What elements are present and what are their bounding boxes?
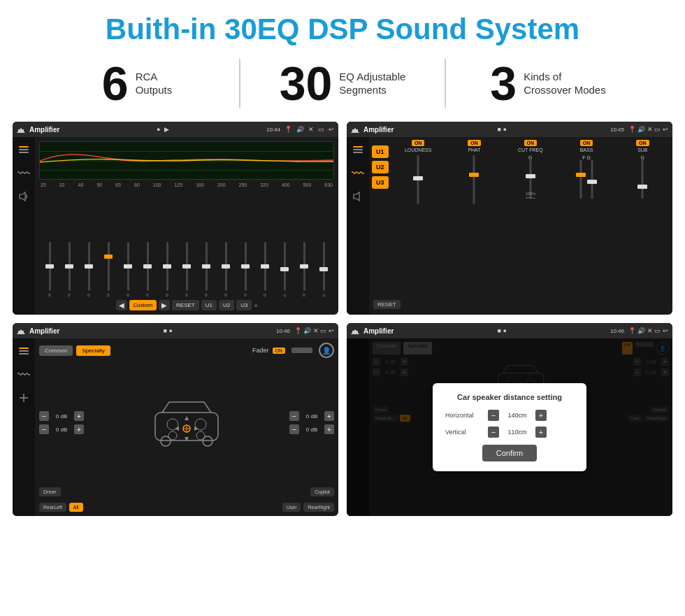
- eq-reset-button[interactable]: RESET: [172, 300, 199, 310]
- fader-main-area: Common Specialty Fader ON 👤 − 0 dB +: [35, 338, 338, 516]
- eq-loc-icon: 📍: [284, 126, 292, 133]
- fader-rearright-btn[interactable]: RearRight: [303, 503, 334, 512]
- svg-rect-2: [19, 152, 29, 153]
- db2-plus[interactable]: +: [74, 424, 84, 434]
- dialog-home-icon[interactable]: [351, 327, 359, 334]
- eq-wave-icon[interactable]: [17, 166, 30, 179]
- db3-plus[interactable]: +: [324, 411, 334, 421]
- stat-eq: 30 EQ Adjustable Segments: [247, 59, 438, 107]
- fader-driver-btn[interactable]: Driver: [39, 487, 61, 496]
- eq-custom-button[interactable]: Custom: [129, 300, 157, 310]
- db4-plus[interactable]: +: [324, 424, 334, 434]
- slider-13: -1: [275, 242, 294, 297]
- slider-12: 0: [256, 242, 274, 297]
- phat-col: ON PHAT: [447, 140, 501, 312]
- cross-dots: ■ ●: [497, 126, 506, 133]
- distance-dialog: Car speaker distance setting Horizontal …: [433, 383, 586, 471]
- svg-rect-7: [353, 146, 363, 148]
- fader-specialty-tab[interactable]: Specialty: [76, 345, 110, 356]
- cross-params: ON LOUDNESS 0 ON PHAT: [391, 140, 670, 312]
- fader-filter-icon[interactable]: [17, 344, 30, 357]
- fader-home-icon[interactable]: [17, 327, 25, 334]
- dialog-screen: Amplifier ■ ● 10:46 📍 🔊 ✕ ▭ ↩ Common Spe…: [347, 323, 672, 516]
- eq-filter-icon[interactable]: [17, 143, 30, 155]
- cutfreq-on[interactable]: ON: [524, 140, 538, 146]
- cross-status-bar: Amplifier ■ ● 10:45 📍 🔊 ✕ ▭ ↩: [347, 122, 672, 137]
- fader-on-btn[interactable]: ON: [273, 348, 286, 354]
- fader-common-tab[interactable]: Common: [39, 345, 73, 356]
- slider-4: 5: [99, 242, 117, 297]
- stat-rca: 6 RCA Outputs: [42, 59, 232, 107]
- stat-crossover-number: 3: [490, 59, 517, 107]
- cross-reset-btn[interactable]: RESET: [373, 300, 401, 309]
- eq-close-icon: ✕: [308, 126, 314, 133]
- db2-minus[interactable]: −: [39, 424, 49, 434]
- fader-rearleft-btn[interactable]: RearLeft: [39, 503, 66, 512]
- db1-minus[interactable]: −: [39, 411, 49, 421]
- fader-copilot-btn[interactable]: Copilot: [310, 487, 334, 496]
- fader-expand-icon[interactable]: [17, 392, 30, 404]
- fader-profile-icon[interactable]: 👤: [319, 343, 334, 358]
- eq-u1-button[interactable]: U1: [201, 300, 217, 310]
- fader-bottom-row: RearLeft All User RearRight: [39, 503, 334, 512]
- phat-on[interactable]: ON: [468, 140, 481, 146]
- horizontal-minus-btn[interactable]: −: [488, 410, 499, 421]
- eq-u3-button[interactable]: U3: [236, 300, 252, 310]
- cross-wave-icon[interactable]: [352, 166, 364, 179]
- cross-u3-btn[interactable]: U3: [372, 176, 389, 189]
- cross-u-col: U1 U2 U3: [372, 140, 389, 312]
- screenshots-grid: Amplifier ● ▶ 10:44 📍 🔊 ✕ ▭ ↩: [0, 117, 685, 523]
- confirm-button[interactable]: Confirm: [482, 445, 538, 461]
- cross-u2-btn[interactable]: U2: [372, 161, 389, 173]
- eq-u2-button[interactable]: U2: [219, 300, 234, 310]
- svg-rect-0: [19, 146, 29, 148]
- dialog-overlay: Car speaker distance setting Horizontal …: [347, 338, 672, 516]
- bass-label: BASS: [580, 148, 593, 152]
- sub-on[interactable]: ON: [636, 140, 649, 146]
- fader-slider-mini[interactable]: [291, 348, 312, 353]
- eq-freq-labels: 2532405063 80100125160200 25032040050063…: [39, 182, 334, 187]
- fader-user-btn[interactable]: User: [282, 503, 301, 512]
- fader-content: Common Specialty Fader ON 👤 − 0 dB +: [13, 338, 338, 516]
- db1-plus[interactable]: +: [74, 411, 84, 421]
- eq-next-button[interactable]: ▶: [159, 300, 170, 310]
- svg-rect-28: [19, 353, 29, 354]
- page-title: Buith-in 30EQ DSP Sound System: [14, 13, 671, 46]
- fader-status-bar: Amplifier ■ ● 10:46 📍 🔊 ✕ ▭ ↩: [13, 323, 338, 338]
- db3-minus[interactable]: −: [289, 411, 299, 421]
- loudness-label: LOUDNESS: [405, 148, 432, 152]
- svg-marker-3: [20, 192, 25, 201]
- fader-all-btn[interactable]: All: [69, 503, 83, 512]
- db4-minus[interactable]: −: [289, 424, 299, 434]
- dialog-heading: Car speaker distance setting: [445, 393, 574, 401]
- horizontal-value: 140cm: [503, 412, 531, 419]
- sub-col: ON SUB G: [616, 140, 670, 312]
- vertical-minus-btn[interactable]: −: [488, 427, 499, 438]
- cross-u1-btn[interactable]: U1: [372, 145, 389, 158]
- cross-main: U1 U2 U3 ON LOUDNESS 0: [369, 137, 672, 315]
- home-icon[interactable]: [17, 126, 25, 133]
- cutfreq-label: CUT FREQ: [518, 148, 543, 152]
- cross-filter-icon[interactable]: [352, 143, 364, 155]
- eq-sidebar: [13, 137, 35, 315]
- loudness-on[interactable]: ON: [412, 140, 425, 146]
- cross-speaker-icon[interactable]: [352, 190, 364, 203]
- cross-icons: 📍 🔊 ✕ ▭ ↩: [628, 126, 668, 133]
- fader-left-db: − 0 dB + − 0 dB +: [39, 411, 84, 434]
- fader-title: Amplifier: [29, 327, 59, 335]
- eq-speaker-icon[interactable]: [17, 190, 30, 203]
- bass-on[interactable]: ON: [580, 140, 593, 146]
- eq-screen: Amplifier ● ▶ 10:44 📍 🔊 ✕ ▭ ↩: [13, 122, 338, 315]
- svg-rect-8: [353, 149, 363, 150]
- db-control-1: − 0 dB +: [39, 411, 84, 421]
- eq-vol-icon: 🔊: [296, 126, 304, 133]
- svg-rect-15: [469, 173, 479, 177]
- fader-wave-icon[interactable]: [17, 368, 30, 380]
- vertical-plus-btn[interactable]: +: [535, 427, 547, 438]
- horizontal-plus-btn[interactable]: +: [535, 410, 547, 421]
- eq-prev-button[interactable]: ◀: [116, 300, 127, 310]
- cross-home-icon[interactable]: [351, 126, 359, 133]
- svg-rect-17: [526, 174, 535, 178]
- eq-sliders: 0 0 0 5 0: [39, 189, 334, 297]
- slider-15: -1: [315, 242, 333, 297]
